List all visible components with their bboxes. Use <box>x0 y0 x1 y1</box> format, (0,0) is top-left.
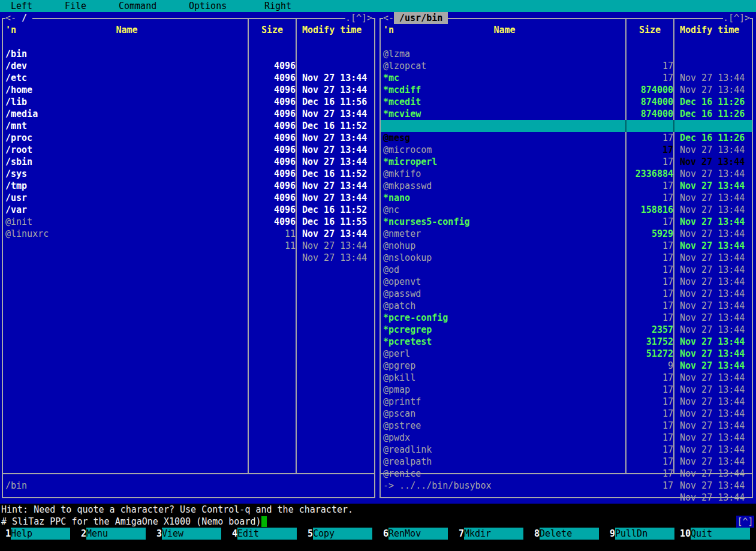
file-row[interactable]: /mnt 4096 Nov 27 13:44 <box>3 108 375 120</box>
column-header-size[interactable]: Size <box>626 24 674 36</box>
file-mtime: Nov 27 13:44 <box>680 492 745 504</box>
fkey-label: PullDn <box>615 528 674 540</box>
file-row[interactable]: @pkill 17 Nov 27 13:44 <box>381 360 752 372</box>
menu-item-options[interactable]: Options <box>189 0 227 12</box>
menu-item-file[interactable]: File <box>65 0 86 12</box>
file-row[interactable]: *microperl 2336884 Nov 27 13:44 <box>381 144 752 156</box>
file-row[interactable]: @mesg 17 Nov 27 13:44 <box>381 120 752 132</box>
file-row[interactable]: /dev 4096 Nov 27 13:44 <box>3 48 375 60</box>
fkey-label: View <box>162 528 221 540</box>
column-header-mtime[interactable]: Modify time <box>302 24 362 36</box>
file-row[interactable]: @nslookup 17 Nov 27 13:44 <box>381 240 752 252</box>
column-header-name[interactable]: Name <box>383 24 626 36</box>
file-row[interactable]: @lzma 17 Nov 27 13:44 <box>381 36 752 48</box>
file-row[interactable]: @init 11 Nov 27 13:44 <box>3 204 375 216</box>
file-row[interactable]: @passwd 17 Nov 27 13:44 <box>381 276 752 288</box>
fkey-number: 7 <box>453 528 464 540</box>
file-size: 11 <box>285 228 296 240</box>
file-row[interactable]: @pgrep 17 Nov 27 13:44 <box>381 348 752 360</box>
fkey-number: 6 <box>378 528 388 540</box>
file-row[interactable]: /tmp 4096 Dec 16 11:52 <box>3 168 375 180</box>
file-row[interactable]: @microcom 17 Nov 27 13:44 <box>381 132 752 144</box>
file-row[interactable]: @pscan 17 Nov 27 13:44 <box>381 396 752 408</box>
file-row[interactable]: @linuxrc 11 Nov 27 13:44 <box>3 216 375 228</box>
file-row[interactable]: /proc 4096 Nov 27 13:44 <box>3 120 375 132</box>
file-row[interactable]: @patch 17 Nov 27 13:44 <box>381 288 752 300</box>
command-line-text: # SliTaz PPC for the AmigaOne X1000 (Nem… <box>1 516 261 527</box>
fkey-label: Mkdir <box>464 528 523 540</box>
file-row[interactable]: @renice 17 Nov 27 13:44 <box>381 456 752 468</box>
file-row[interactable]: *mcdiff 874000 Dec 16 11:26 <box>381 72 752 84</box>
back-arrow-icon[interactable]: <- <box>383 12 394 24</box>
function-key-bar: 1 Help 2 Menu 3 View 4 Edit 5 Copy 6 Ren… <box>0 528 756 540</box>
file-row[interactable]: /etc 4096 Dec 16 11:56 <box>3 60 375 72</box>
file-row[interactable]: *pcretest 51272 Nov 27 13:44 <box>381 324 752 336</box>
file-row[interactable]: /sys 4096 Nov 27 13:44 <box>3 156 375 168</box>
file-mtime: Nov 27 13:44 <box>680 468 745 480</box>
fkey-number: 5 <box>302 528 313 540</box>
file-row[interactable]: @perl 9 Nov 27 13:44 <box>381 336 752 348</box>
up-dir-icon[interactable]: .[^]> <box>723 12 750 24</box>
file-row[interactable]: *mcedit 874000 Dec 16 11:26 <box>381 84 752 96</box>
file-row[interactable]: @pmap 17 Nov 27 13:44 <box>381 372 752 384</box>
file-row[interactable]: *mc 874000 Dec 16 11:26 <box>381 60 752 72</box>
file-row[interactable]: @pwdx 17 Nov 27 13:44 <box>381 420 752 432</box>
file-row[interactable]: *mcview 874000 Dec 16 11:26 <box>381 96 752 108</box>
fkey-number: 8 <box>529 528 540 540</box>
file-mtime: Nov 27 13:44 <box>302 228 367 240</box>
fkey-label: Help <box>11 528 70 540</box>
back-arrow-icon[interactable]: <- <box>5 12 16 24</box>
left-panel-path[interactable]: / <box>16 12 32 24</box>
file-mtime: Nov 27 13:44 <box>680 480 745 492</box>
column-header-size[interactable]: Size <box>248 24 296 36</box>
right-panel-path[interactable]: /usr/bin <box>394 12 448 24</box>
file-size: 17 <box>662 480 673 492</box>
file-row[interactable]: @readlink 17 Nov 27 13:44 <box>381 432 752 444</box>
file-row[interactable]: *pcre-config 2357 Nov 27 13:44 <box>381 300 752 312</box>
fkey-label: Delete <box>540 528 599 540</box>
file-row[interactable]: @nohup 17 Nov 27 13:44 <box>381 228 752 240</box>
left-panel-status: /bin <box>5 480 27 492</box>
file-row[interactable]: /usr 4096 Dec 16 11:55 <box>3 180 375 192</box>
file-row[interactable]: *ncurses5-config 5929 Nov 27 13:44 <box>381 204 752 216</box>
right-panel-status: -> ../../bin/busybox <box>383 480 492 492</box>
file-row[interactable]: *pcregrep 31752 Nov 27 13:44 <box>381 312 752 324</box>
file-row[interactable]: *nano 158816 Nov 27 13:44 <box>381 180 752 192</box>
file-row[interactable]: @printf 17 Nov 27 13:44 <box>381 384 752 396</box>
file-row[interactable]: @md5sum 17 Nov 27 13:44 <box>381 108 752 120</box>
up-dir-icon[interactable]: .[^]> <box>345 12 372 24</box>
right-panel-headers: 'n Name Size Modify time <box>381 24 752 36</box>
fkey-label: RenMov <box>388 528 448 540</box>
file-row[interactable]: /var 4096 Nov 27 13:44 <box>3 192 375 204</box>
fkey-number: 4 <box>227 528 237 540</box>
menu-item-left[interactable]: Left <box>11 0 32 12</box>
file-row[interactable]: @nc 17 Nov 27 13:44 <box>381 192 752 204</box>
file-mtime: Nov 27 13:44 <box>302 252 367 264</box>
file-row[interactable]: /bin 4096 Nov 27 13:44 <box>3 36 375 48</box>
file-row[interactable]: /home 4096 Nov 27 13:44 <box>3 72 375 84</box>
file-row[interactable]: @od 17 Nov 27 13:44 <box>381 252 752 264</box>
file-row[interactable]: @lzopcat 17 Nov 27 13:44 <box>381 48 752 60</box>
column-header-mtime[interactable]: Modify time <box>680 24 739 36</box>
column-header-name[interactable]: Name <box>5 24 248 36</box>
menu-item-right[interactable]: Right <box>264 0 291 12</box>
file-row[interactable]: @realpath 17 Nov 27 13:44 <box>381 444 752 456</box>
left-panel-title: <- / .[^]> <box>3 12 375 24</box>
command-line[interactable]: # SliTaz PPC for the AmigaOne X1000 (Nem… <box>1 516 267 528</box>
file-row[interactable]: /sbin 4096 Nov 27 13:44 <box>3 144 375 156</box>
menu-item-command[interactable]: Command <box>119 0 156 12</box>
file-row[interactable]: @mkpasswd 17 Nov 27 13:44 <box>381 168 752 180</box>
file-row[interactable]: /media 4096 Nov 27 13:44 <box>3 96 375 108</box>
file-row[interactable]: @openvt 17 Nov 27 13:44 <box>381 264 752 276</box>
file-row[interactable]: /lib 4096 Dec 16 11:52 <box>3 84 375 96</box>
file-row[interactable]: @mkfifo 17 Nov 27 13:44 <box>381 156 752 168</box>
scroll-up-widget[interactable]: [^] <box>736 516 754 528</box>
file-row[interactable]: @nmeter 17 Nov 27 13:44 <box>381 216 752 228</box>
file-mtime: Nov 27 13:44 <box>302 240 367 252</box>
file-row[interactable]: /root 4096 Dec 16 11:52 <box>3 132 375 144</box>
fkey-label: Edit <box>237 528 297 540</box>
hint-line: Hint: Need to quote a character? Use Con… <box>1 504 756 516</box>
left-panel-headers: 'n Name Size Modify time <box>3 24 375 36</box>
file-name: @renice <box>383 468 421 480</box>
file-row[interactable]: @pstree 17 Nov 27 13:44 <box>381 408 752 420</box>
